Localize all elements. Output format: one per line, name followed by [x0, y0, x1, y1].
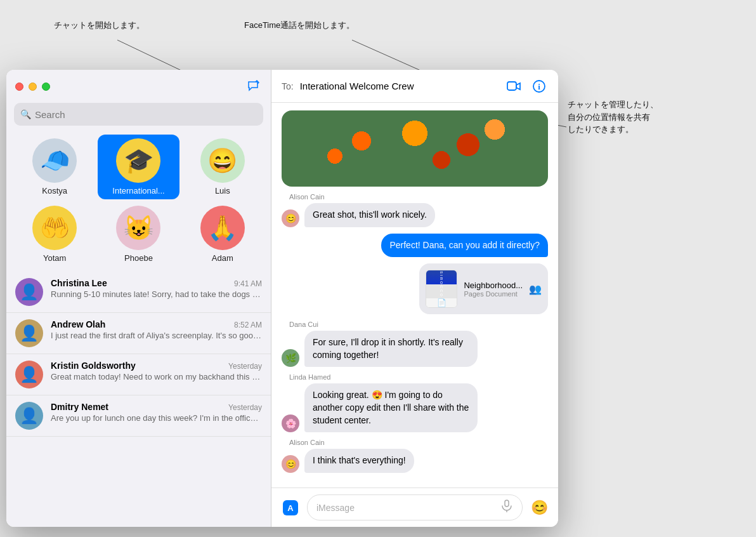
- msg-row-alison-2: 😊 I think that's everything!: [282, 449, 548, 473]
- annotation-start-chat: チャットを開始します。: [54, 19, 145, 32]
- conv-preview-christina: Running 5-10 minutes late! Sorry, had to…: [51, 289, 262, 299]
- pinned-item-international[interactable]: 🎓 International...: [98, 135, 179, 199]
- msg-row-alison-1: 😊 Great shot, this'll work nicely.: [282, 203, 548, 227]
- msg-avatar-dana: 🌿: [282, 349, 299, 367]
- pages-icon: 📄: [437, 298, 446, 307]
- close-button[interactable]: [15, 83, 23, 91]
- pinned-item-phoebe[interactable]: 😺 Phoebe: [98, 202, 179, 267]
- msg-bubble-alison-2: I think that's everything!: [304, 449, 414, 473]
- doc-thumb-img: SIROCCO: [426, 270, 457, 298]
- chat-header: To: Interational Welcome Crew i: [271, 70, 558, 103]
- conv-avatar-christina: 👤: [15, 278, 43, 306]
- chat-to-label: To:: [282, 81, 294, 91]
- msg-bubble-linda: Looking great. 😍 I'm going to do another…: [304, 383, 478, 432]
- pinned-name-adam: Adam: [212, 253, 233, 263]
- svg-text:A: A: [287, 503, 294, 513]
- app-window: 🔍 🧢 Kostya 🎓 International... 😄 Luis 🤲: [6, 70, 558, 527]
- avatar-adam: 🙏: [200, 206, 245, 250]
- pinned-item-kostya[interactable]: 🧢 Kostya: [14, 135, 95, 199]
- minimize-button[interactable]: [29, 83, 37, 91]
- conv-time-kristin: Yesterday: [228, 362, 262, 371]
- annotation-manage-chat: チャットを管理したり、 自分の位置情報を共有 したりできます。: [568, 98, 658, 136]
- svg-rect-3: [507, 82, 516, 90]
- message-input[interactable]: iMessage: [307, 494, 523, 520]
- doc-bubble: SIROCCO 📄 Neighborhood... Pages Document…: [419, 263, 548, 314]
- conv-item-christina[interactable]: 👤 Christina Lee 9:41 AM Running 5-10 min…: [6, 272, 271, 313]
- conv-time-dmitry: Yesterday: [228, 403, 262, 412]
- conv-content-andrew: Andrew Olah 8:52 AM I just read the firs…: [51, 319, 262, 340]
- pinned-name-yotam: Yotam: [43, 253, 66, 263]
- conv-content-dmitry: Dmitry Nemet Yesterday Are you up for lu…: [51, 402, 262, 423]
- conv-name-andrew: Andrew Olah: [51, 319, 105, 329]
- avatar-yotam: 🤲: [32, 206, 77, 250]
- conv-preview-andrew: I just read the first draft of Aliya's s…: [51, 331, 262, 340]
- pinned-item-adam[interactable]: 🙏 Adam: [182, 202, 263, 267]
- doc-type: Pages Document: [464, 290, 523, 298]
- search-icon: 🔍: [20, 109, 31, 119]
- doc-info: Neighborhood... Pages Document: [464, 281, 523, 298]
- audio-input-icon[interactable]: [500, 500, 513, 515]
- conv-item-andrew[interactable]: 👤 Andrew Olah 8:52 AM I just read the fi…: [6, 313, 271, 354]
- pinned-contacts: 🧢 Kostya 🎓 International... 😄 Luis 🤲 Yot…: [6, 132, 271, 272]
- search-input[interactable]: [35, 109, 257, 120]
- msg-group-alison-1: Great shot, this'll work nicely.: [304, 203, 435, 227]
- conv-content-kristin: Kristin Goldsworthy Yesterday Great matc…: [51, 361, 262, 381]
- conversation-list: 👤 Christina Lee 9:41 AM Running 5-10 min…: [6, 272, 271, 527]
- pinned-name-luis: Luis: [215, 186, 230, 196]
- msg-avatar-alison-2: 😊: [282, 455, 299, 473]
- conv-name-dmitry: Dmitry Nemet: [51, 402, 108, 412]
- conv-avatar-andrew: 👤: [15, 319, 43, 347]
- msg-avatar-alison-1: 😊: [282, 209, 299, 227]
- msg-group-dana: For sure, I'll drop it in shortly. It's …: [304, 331, 478, 367]
- pinned-name-phoebe: Phoebe: [124, 253, 153, 263]
- input-placeholder: iMessage: [316, 503, 355, 513]
- conv-time-andrew: 8:52 AM: [234, 321, 262, 329]
- pinned-name-international: International...: [112, 186, 164, 196]
- titlebar: [6, 70, 271, 103]
- conv-avatar-kristin: 👤: [15, 361, 43, 388]
- avatar-phoebe: 😺: [116, 206, 160, 250]
- chat-header-actions: i: [505, 77, 548, 95]
- emoji-button[interactable]: 😊: [529, 498, 549, 518]
- msg-row-dana: 🌿 For sure, I'll drop it in shortly. It'…: [282, 331, 548, 367]
- svg-rect-8: [505, 500, 509, 507]
- msg-group-linda: Looking great. 😍 I'm going to do another…: [304, 383, 478, 432]
- facetime-video-button[interactable]: [505, 77, 523, 95]
- msg-bubble-alison-1: Great shot, this'll work nicely.: [304, 203, 435, 227]
- compose-button[interactable]: [244, 77, 262, 95]
- doc-share-icon: 👥: [529, 283, 542, 295]
- pinned-item-yotam[interactable]: 🤲 Yotam: [14, 202, 95, 267]
- info-button[interactable]: i: [530, 77, 548, 95]
- sidebar: 🔍 🧢 Kostya 🎓 International... 😄 Luis 🤲: [6, 70, 271, 527]
- msg-group-me-1: Perfect! Dana, can you add it directly?: [381, 234, 548, 258]
- doc-thumb-bottom: 📄: [426, 298, 457, 308]
- conv-content-christina: Christina Lee 9:41 AM Running 5-10 minut…: [51, 278, 262, 299]
- msg-sender-dana: Dana Cui: [282, 321, 548, 328]
- msg-avatar-linda: 🌸: [282, 414, 299, 432]
- maximize-button[interactable]: [42, 83, 50, 91]
- message-input-row: A iMessage 😊: [271, 487, 558, 527]
- app-store-button[interactable]: A: [280, 498, 301, 518]
- conv-item-dmitry[interactable]: 👤 Dmitry Nemet Yesterday Are you up for …: [6, 395, 271, 437]
- conv-avatar-dmitry: 👤: [15, 402, 43, 430]
- search-bar[interactable]: 🔍: [14, 103, 263, 126]
- chat-panel: To: Interational Welcome Crew i: [271, 70, 558, 527]
- msg-row-linda: 🌸 Looking great. 😍 I'm going to do anoth…: [282, 383, 548, 432]
- pinned-item-luis[interactable]: 😄 Luis: [182, 135, 263, 199]
- msg-sender-alison-2: Alison Cain: [282, 439, 548, 446]
- messages-area: Alison Cain 😊 Great shot, this'll work n…: [271, 103, 558, 487]
- avatar-luis: 😄: [200, 138, 245, 183]
- chat-recipient: Interational Welcome Crew: [300, 81, 414, 91]
- traffic-lights: [15, 83, 50, 91]
- conv-preview-kristin: Great match today! Need to work on my ba…: [51, 372, 262, 381]
- msg-row-me-doc: SIROCCO 📄 Neighborhood... Pages Document…: [282, 263, 548, 314]
- conv-name-kristin: Kristin Goldsworthy: [51, 361, 136, 371]
- msg-bubble-dana: For sure, I'll drop it in shortly. It's …: [304, 331, 478, 367]
- conv-preview-dmitry: Are you up for lunch one day this week? …: [51, 413, 262, 423]
- avatar-kostya: 🧢: [32, 138, 77, 183]
- msg-row-me-1: Perfect! Dana, can you add it directly?: [282, 234, 548, 258]
- doc-name: Neighborhood...: [464, 281, 523, 290]
- pinned-name-kostya: Kostya: [42, 186, 67, 196]
- conv-item-kristin[interactable]: 👤 Kristin Goldsworthy Yesterday Great ma…: [6, 354, 271, 395]
- annotation-start-facetime: FaceTime通話を開始します。: [244, 19, 355, 32]
